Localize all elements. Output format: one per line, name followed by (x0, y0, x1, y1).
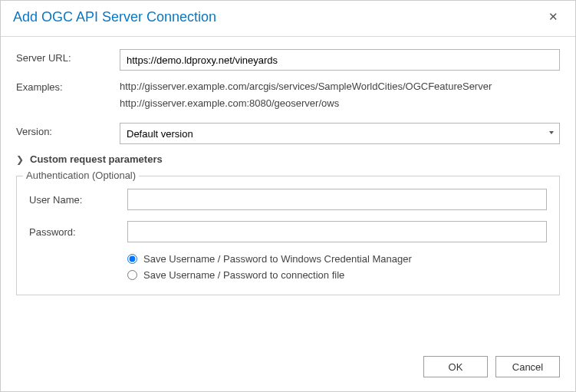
chevron-right-icon: ❯ (16, 154, 24, 165)
custom-params-label: Custom request parameters (30, 153, 163, 165)
radio-credential-manager[interactable] (127, 254, 137, 264)
dialog-title: Add OGC API Server Connection (13, 9, 216, 25)
radio-credential-manager-label: Save Username / Password to Windows Cred… (143, 253, 412, 265)
version-label: Version: (16, 123, 120, 137)
example-url-2: http://gisserver.example.com:8080/geoser… (120, 95, 560, 112)
username-input[interactable] (127, 189, 547, 210)
titlebar: Add OGC API Server Connection ✕ (1, 1, 575, 37)
version-select[interactable] (120, 123, 560, 144)
dialog-content: Server URL: Examples: http://gisserver.e… (1, 37, 575, 295)
authentication-fieldset: Authentication (Optional) User Name: Pas… (16, 176, 560, 295)
server-url-input[interactable] (120, 49, 560, 71)
ok-button[interactable]: OK (423, 356, 488, 377)
cancel-button[interactable]: Cancel (495, 356, 560, 377)
save-credential-manager-radio[interactable]: Save Username / Password to Windows Cred… (127, 253, 547, 265)
save-connection-file-radio[interactable]: Save Username / Password to connection f… (127, 269, 547, 281)
dialog-buttons: OK Cancel (423, 356, 560, 377)
password-input[interactable] (127, 221, 547, 242)
examples-label: Examples: (16, 78, 120, 93)
example-url-1: http://gisserver.example.com/arcgis/serv… (120, 78, 560, 95)
custom-params-expander[interactable]: ❯ Custom request parameters (16, 153, 560, 165)
radio-connection-file-label: Save Username / Password to connection f… (143, 269, 344, 281)
close-button[interactable]: ✕ (544, 8, 563, 25)
auth-legend: Authentication (Optional) (23, 170, 139, 181)
server-url-label: Server URL: (16, 49, 120, 64)
password-label: Password: (29, 226, 127, 238)
radio-connection-file[interactable] (127, 270, 137, 280)
username-label: User Name: (29, 194, 127, 206)
